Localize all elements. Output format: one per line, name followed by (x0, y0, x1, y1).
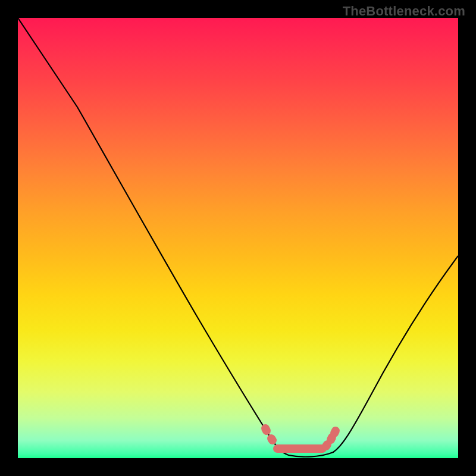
bottleneck-curve-path (18, 18, 458, 457)
plot-area (18, 18, 458, 458)
bottleneck-curve-svg (18, 18, 458, 458)
chart-stage: TheBottleneck.com (0, 0, 476, 476)
optimal-band-marker (265, 428, 336, 449)
watermark-text: TheBottleneck.com (343, 4, 465, 19)
